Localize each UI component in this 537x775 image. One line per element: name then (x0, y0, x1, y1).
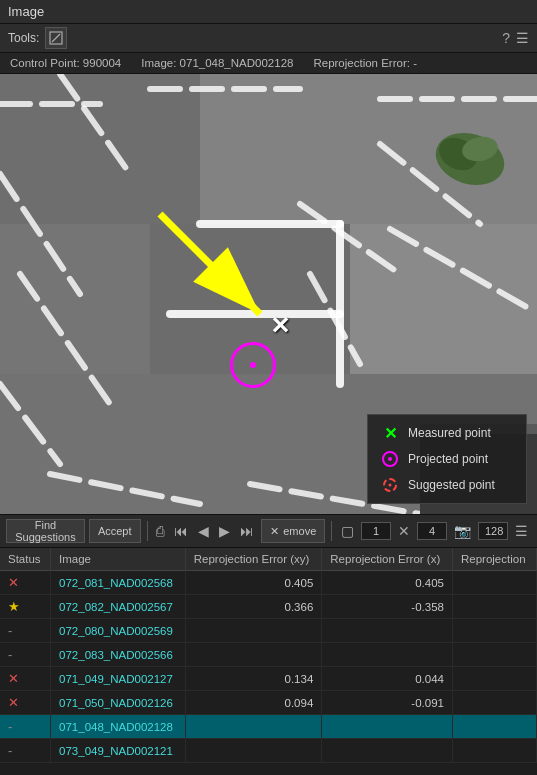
top-right-icons: ? ☰ (502, 30, 529, 46)
image-cell[interactable]: 072_083_NAD002566 (51, 643, 186, 667)
close-x-icon[interactable]: ✕ (395, 523, 413, 539)
image-info: Image: 071_048_NAD002128 (141, 57, 293, 69)
error-xy-cell (185, 739, 322, 763)
error-x-cell (322, 643, 453, 667)
status-x-icon: ✕ (8, 575, 19, 590)
zoom-level-4: 4 (417, 522, 447, 540)
info-bar: Control Point: 990004 Image: 071_048_NAD… (0, 53, 537, 74)
measured-point-marker: ✕ (270, 312, 290, 340)
table-row[interactable]: ★072_082_NAD0025670.366-0.358 (0, 595, 537, 619)
status-cell: ✕ (0, 691, 51, 715)
toolbar-separator-1 (147, 521, 148, 541)
image-cell[interactable]: 072_080_NAD002569 (51, 619, 186, 643)
status-dash-icon: - (8, 647, 12, 662)
table-row[interactable]: ✕071_049_NAD0021270.1340.044 (0, 667, 537, 691)
table-row[interactable]: -073_049_NAD002121 (0, 739, 537, 763)
col-error-xy: Reprojection Error (xy) (185, 548, 322, 571)
menu-icon[interactable]: ☰ (516, 30, 529, 46)
nav-copy-icon[interactable]: ⎙ (153, 523, 167, 539)
table-row[interactable]: -071_048_NAD002128 (0, 715, 537, 739)
status-cell: ✕ (0, 571, 51, 595)
image-cell[interactable]: 071_050_NAD002126 (51, 691, 186, 715)
remove-icon: ✕ (270, 525, 279, 538)
status-dash-icon: - (8, 623, 12, 638)
toolbar-separator-2 (331, 521, 332, 541)
image-cell[interactable]: 072_082_NAD002567 (51, 595, 186, 619)
image-cell[interactable]: 071_048_NAD002128 (51, 715, 186, 739)
nav-first-icon[interactable]: ⏮ (171, 523, 191, 539)
status-cell: ✕ (0, 667, 51, 691)
nav-next-icon[interactable]: ▶ (216, 523, 233, 539)
reprojection-cell (452, 715, 536, 739)
error-xy-cell: 0.405 (185, 571, 322, 595)
status-dash-icon: - (8, 719, 12, 734)
help-icon[interactable]: ? (502, 30, 510, 46)
status-cell: - (0, 715, 51, 739)
status-x-icon: ✕ (8, 695, 19, 710)
error-xy-cell (185, 715, 322, 739)
error-x-cell (322, 715, 453, 739)
col-image: Image (51, 548, 186, 571)
nav-prev-icon[interactable]: ◀ (195, 523, 212, 539)
tool-icon-edit[interactable] (45, 27, 67, 49)
error-xy-cell: 0.094 (185, 691, 322, 715)
reprojection-cell (452, 667, 536, 691)
table-view-icon[interactable]: ☰ (512, 523, 531, 539)
table-container[interactable]: Status Image Reprojection Error (xy) Rep… (0, 548, 537, 768)
measured-icon: ✕ (380, 423, 400, 443)
error-x-cell: 0.044 (322, 667, 453, 691)
remove-button[interactable]: ✕ emove (261, 519, 325, 543)
reprojection-cell (452, 691, 536, 715)
image-icon[interactable]: 📷 (451, 523, 474, 539)
error-xy-cell (185, 643, 322, 667)
error-x-cell (322, 739, 453, 763)
reprojection-cell (452, 571, 536, 595)
col-error-x: Reprojection Error (x) (322, 548, 453, 571)
table-row[interactable]: -072_080_NAD002569 (0, 619, 537, 643)
image-viewport[interactable]: ✕ ✕ Measured point Projected point (0, 74, 537, 514)
find-suggestions-button[interactable]: Find Suggestions (6, 519, 85, 543)
error-x-cell (322, 619, 453, 643)
nav-last-icon[interactable]: ⏭ (237, 523, 257, 539)
projected-inner-dot (388, 457, 392, 461)
reprojection-error-info: Reprojection Error: - (313, 57, 417, 69)
reprojection-cell (452, 643, 536, 667)
table-row[interactable]: ✕072_081_NAD0025680.4050.405 (0, 571, 537, 595)
legend-projected: Projected point (380, 449, 514, 469)
reprojection-cell (452, 619, 536, 643)
svg-line-3 (160, 214, 260, 314)
reprojection-table: Status Image Reprojection Error (xy) Rep… (0, 548, 537, 763)
image-cell[interactable]: 071_049_NAD002127 (51, 667, 186, 691)
suggested-icon (380, 475, 400, 495)
svg-line-1 (52, 34, 60, 42)
error-x-cell: 0.405 (322, 571, 453, 595)
reprojection-cell (452, 739, 536, 763)
bottom-toolbar: Find Suggestions Accept ⎙ ⏮ ◀ ▶ ⏭ ✕ emov… (0, 514, 537, 548)
error-xy-cell: 0.366 (185, 595, 322, 619)
projected-point-dot (250, 362, 256, 368)
zoom-fit-icon[interactable]: ▢ (338, 523, 357, 539)
table-header-row: Status Image Reprojection Error (xy) Rep… (0, 548, 537, 571)
table-row[interactable]: ✕071_050_NAD0021260.094-0.091 (0, 691, 537, 715)
error-xy-cell: 0.134 (185, 667, 322, 691)
reprojection-cell (452, 595, 536, 619)
control-point-info: Control Point: 990004 (10, 57, 121, 69)
col-reprojection: Reprojection (452, 548, 536, 571)
projected-icon (380, 449, 400, 469)
accept-button[interactable]: Accept (89, 519, 141, 543)
image-cell[interactable]: 073_049_NAD002121 (51, 739, 186, 763)
legend-suggested: Suggested point (380, 475, 514, 495)
zoom-level-1: 1 (361, 522, 391, 540)
image-cell[interactable]: 072_081_NAD002568 (51, 571, 186, 595)
status-star-icon: ★ (8, 599, 20, 614)
status-x-icon: ✕ (8, 671, 19, 686)
tools-label: Tools: (8, 31, 39, 45)
projected-label: Projected point (408, 452, 488, 466)
window-title: Image (8, 4, 44, 19)
legend-box: ✕ Measured point Projected point Suggest… (367, 414, 527, 504)
status-cell: - (0, 619, 51, 643)
suggested-label: Suggested point (408, 478, 495, 492)
projected-point-marker (230, 342, 276, 388)
status-cell: - (0, 643, 51, 667)
table-row[interactable]: -072_083_NAD002566 (0, 643, 537, 667)
